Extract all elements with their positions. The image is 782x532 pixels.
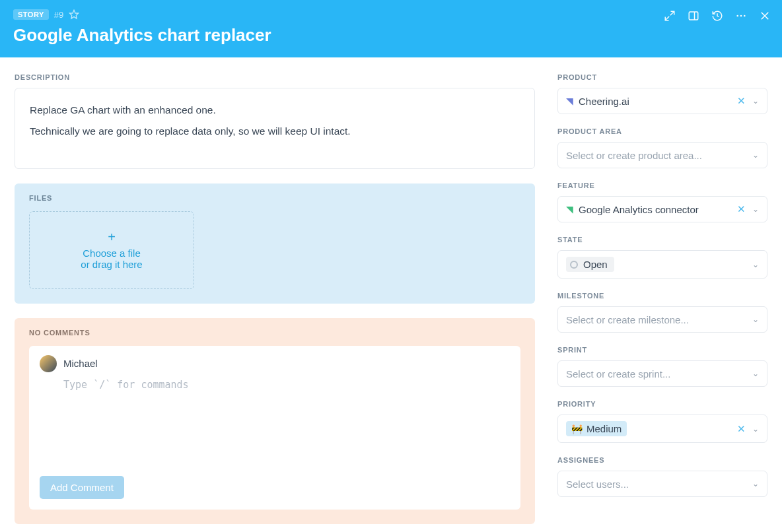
chevron-down-icon: ⌄	[752, 369, 759, 378]
comment-editor: Michael Add Comment	[29, 346, 520, 510]
description-line: Replace GA chart with an enhanced one.	[30, 102, 520, 119]
sprint-label: SPRINT	[557, 346, 767, 354]
more-icon[interactable]	[734, 9, 748, 22]
chevron-down-icon: ⌄	[752, 96, 759, 106]
files-label: FILES	[29, 194, 520, 202]
story-badge: STORY	[13, 9, 49, 20]
milestone-select[interactable]: Select or create milestone... ⌄	[557, 306, 767, 333]
state-circle-icon	[570, 261, 578, 269]
svg-marker-0	[70, 10, 79, 18]
product-area-placeholder: Select or create product area...	[566, 150, 702, 161]
assignees-label: ASSIGNEES	[557, 456, 767, 464]
svg-point-3	[736, 15, 738, 17]
feature-select[interactable]: ◥ Google Analytics connector ✕ ⌄	[557, 196, 767, 222]
state-select[interactable]: Open ⌄	[557, 250, 767, 279]
panel-icon[interactable]	[687, 9, 700, 22]
files-section: FILES + Choose a file or drag it here	[15, 183, 535, 304]
assignees-select[interactable]: Select users... ⌄	[557, 471, 767, 497]
state-label: STATE	[557, 236, 767, 244]
chevron-down-icon: ⌄	[752, 479, 759, 488]
chevron-down-icon: ⌄	[752, 424, 759, 434]
svg-rect-1	[689, 12, 698, 20]
comment-input[interactable]	[63, 379, 510, 469]
state-value: Open	[583, 259, 608, 270]
page-title: Google Analytics chart replacer	[13, 25, 769, 46]
description-box[interactable]: Replace GA chart with an enhanced one. T…	[15, 88, 535, 169]
add-comment-button[interactable]: Add Comment	[40, 476, 124, 499]
priority-label: PRIORITY	[557, 400, 767, 408]
chevron-down-icon: ⌄	[752, 315, 759, 324]
comments-label: NO COMMENTS	[29, 329, 520, 337]
header: STORY #9 Google Analytics chart replacer	[0, 0, 782, 57]
star-icon[interactable]	[69, 9, 79, 20]
comments-section: NO COMMENTS Michael Add Comment	[15, 318, 535, 524]
product-label: PRODUCT	[557, 73, 767, 81]
expand-icon[interactable]	[663, 9, 676, 22]
chevron-down-icon: ⌄	[752, 150, 759, 160]
priority-value: Medium	[586, 423, 622, 434]
assignees-placeholder: Select users...	[566, 479, 629, 490]
clear-icon[interactable]: ✕	[737, 203, 746, 215]
barrier-icon: 🚧	[571, 424, 583, 434]
comment-author: Michael	[63, 358, 98, 369]
product-value: Cheering.ai	[579, 96, 629, 107]
feature-label: FEATURE	[557, 182, 767, 189]
svg-point-4	[740, 15, 742, 17]
milestone-label: MILESTONE	[557, 292, 767, 300]
clear-icon[interactable]: ✕	[737, 423, 746, 435]
dropzone-text: Choose a file	[83, 248, 141, 259]
history-icon[interactable]	[711, 9, 724, 22]
priority-select[interactable]: 🚧 Medium ✕ ⌄	[557, 415, 767, 443]
chevron-down-icon: ⌄	[752, 205, 759, 214]
flag-icon: ◥	[566, 204, 573, 215]
clear-icon[interactable]: ✕	[737, 95, 746, 107]
milestone-placeholder: Select or create milestone...	[566, 314, 689, 325]
product-area-select[interactable]: Select or create product area... ⌄	[557, 142, 767, 168]
close-icon[interactable]	[758, 9, 771, 22]
story-id: #9	[54, 10, 63, 20]
plus-icon: +	[108, 230, 116, 244]
description-line: Technically we are going to replace data…	[30, 123, 520, 140]
product-select[interactable]: ◥ Cheering.ai ✕ ⌄	[557, 88, 767, 114]
feature-value: Google Analytics connector	[579, 204, 699, 215]
sprint-select[interactable]: Select or create sprint... ⌄	[557, 360, 767, 387]
file-dropzone[interactable]: + Choose a file or drag it here	[29, 211, 194, 289]
dropzone-text: or drag it here	[81, 259, 142, 270]
svg-point-5	[744, 15, 746, 17]
avatar	[40, 355, 57, 372]
sprint-placeholder: Select or create sprint...	[566, 368, 670, 380]
product-area-label: PRODUCT AREA	[557, 127, 767, 135]
description-label: DESCRIPTION	[15, 73, 535, 81]
chevron-down-icon: ⌄	[752, 260, 759, 269]
flag-icon: ◥	[566, 96, 573, 106]
